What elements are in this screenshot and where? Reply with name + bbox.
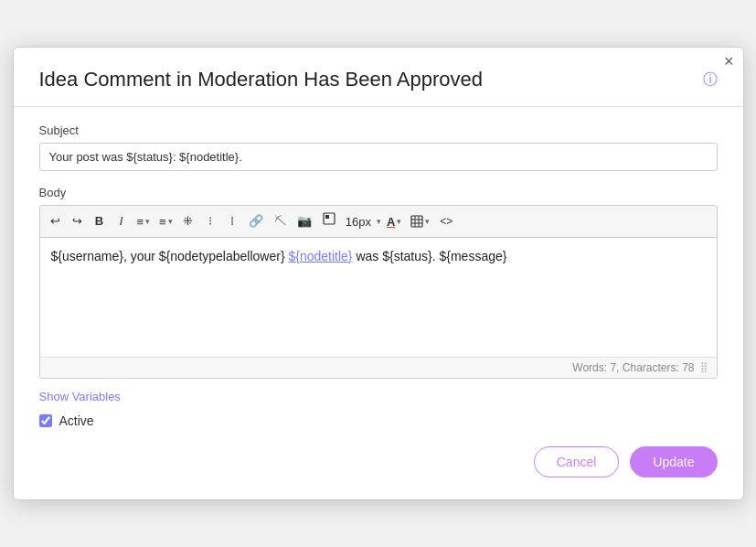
modal-title: Idea Comment in Moderation Has Been Appr… [39, 68, 694, 91]
modal-footer: Cancel Update [14, 428, 743, 477]
align-center-button[interactable]: ⁝ [200, 210, 220, 232]
cancel-button[interactable]: Cancel [534, 446, 620, 477]
numbered-chevron: ▾ [168, 217, 173, 226]
body-text-before: ${username}, your ${nodetypelabellower} [51, 249, 289, 263]
svg-rect-2 [411, 216, 422, 227]
svg-rect-0 [324, 213, 335, 224]
editor-container: ↩ ↪ B I ≡ ▾ ≡ ▾ ⁜ ⁝ ⁞ 🔗 [39, 205, 718, 378]
font-size-chevron: ▾ [377, 217, 381, 226]
italic-button[interactable]: I [112, 210, 132, 232]
modal-dialog: × Idea Comment in Moderation Has Been Ap… [13, 47, 744, 499]
embed-icon [323, 212, 335, 225]
undo-button[interactable]: ↩ [46, 210, 66, 232]
font-size-control[interactable]: 16px ▾ [342, 213, 381, 231]
numbered-dropdown[interactable]: ≡ ▾ [155, 212, 176, 231]
body-section: Body ↩ ↪ B I ≡ ▾ ≡ ▾ ⁜ [39, 186, 718, 378]
redo-button[interactable]: ↪ [68, 210, 88, 232]
editor-toolbar: ↩ ↪ B I ≡ ▾ ≡ ▾ ⁜ ⁝ ⁞ 🔗 [40, 206, 717, 237]
bullets-chevron: ▾ [145, 217, 150, 226]
svg-rect-1 [325, 215, 329, 219]
source-button[interactable]: <> [435, 211, 457, 232]
modal-header: Idea Comment in Moderation Has Been Appr… [14, 48, 743, 107]
embed-button[interactable] [318, 209, 340, 232]
font-color-icon: A [387, 215, 395, 229]
editor-footer: Words: 7, Characters: 78 ⣿ [40, 357, 717, 378]
body-label: Body [39, 186, 718, 199]
active-row: Active [39, 413, 718, 428]
subject-label: Subject [39, 123, 718, 137]
font-color-dropdown[interactable]: A ▾ [383, 212, 405, 231]
image-button[interactable]: 📷 [293, 210, 316, 232]
info-icon[interactable]: ⓘ [703, 70, 718, 90]
subject-input[interactable] [39, 143, 718, 171]
active-label: Active [59, 413, 94, 428]
bullets-dropdown[interactable]: ≡ ▾ [133, 212, 154, 231]
align-right-button[interactable]: ⁞ [222, 210, 242, 232]
active-checkbox[interactable] [39, 414, 52, 427]
align-left-button[interactable]: ⁜ [178, 210, 198, 232]
font-size-value: 16px [342, 213, 375, 231]
show-variables-link[interactable]: Show Variables [39, 390, 121, 403]
bold-button[interactable]: B [90, 210, 110, 232]
word-count: Words: 7, Characters: 78 [572, 361, 694, 374]
body-link[interactable]: ${nodetitle} [288, 249, 352, 263]
table-chevron: ▾ [425, 217, 430, 226]
update-button[interactable]: Update [630, 446, 717, 477]
font-color-chevron: ▾ [397, 217, 401, 226]
bullets-icon: ≡ [137, 215, 144, 229]
resize-handle[interactable]: ⣿ [700, 361, 708, 373]
body-text-after: was ${status}. ${message} [353, 249, 507, 263]
editor-content[interactable]: ${username}, your ${nodetypelabellower} … [40, 238, 717, 357]
table-dropdown[interactable]: ▾ [407, 212, 433, 231]
table-icon [410, 215, 423, 228]
close-button[interactable]: × [724, 53, 734, 70]
modal-body: Subject Body ↩ ↪ B I ≡ ▾ ≡ ▾ [14, 107, 743, 427]
unlink-button[interactable]: ⛏ [270, 210, 291, 232]
numbered-icon: ≡ [159, 215, 166, 229]
link-button[interactable]: 🔗 [244, 210, 268, 232]
